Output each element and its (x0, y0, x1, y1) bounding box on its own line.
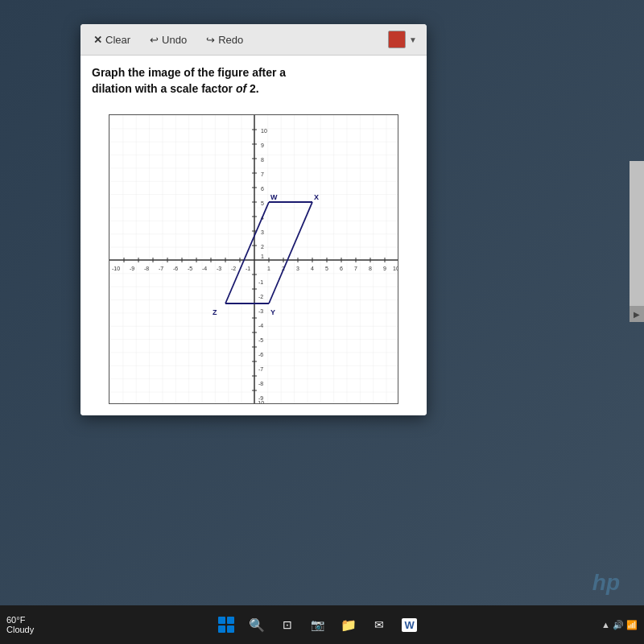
mail-icon: ✉ (374, 618, 384, 631)
taskbar: 60°F Cloudy 🔍 ⊡ 📷 (0, 605, 644, 644)
system-tray: ▲ 🔊 📶 (601, 620, 638, 630)
clear-label: Clear (105, 34, 130, 46)
svg-text:-7: -7 (258, 366, 263, 372)
svg-text:-5: -5 (188, 266, 192, 271)
mail-button[interactable]: ✉ (366, 612, 392, 638)
svg-text:1: 1 (261, 254, 264, 259)
svg-text:-10: -10 (256, 400, 264, 404)
svg-text:5: 5 (325, 266, 328, 271)
svg-text:10: 10 (393, 266, 398, 271)
svg-text:-2: -2 (231, 266, 236, 271)
svg-text:W: W (270, 193, 278, 201)
question-line2: dilation with a scale factor of 2. (92, 82, 259, 95)
svg-text:9: 9 (261, 142, 264, 148)
svg-text:-4: -4 (258, 323, 263, 328)
svg-text:3: 3 (296, 266, 299, 271)
svg-text:-9: -9 (130, 266, 134, 271)
redo-button[interactable]: ↪ Redo (203, 32, 246, 47)
svg-text:10: 10 (261, 128, 267, 134)
taskbar-right: ▲ 🔊 📶 (601, 620, 638, 630)
svg-text:9: 9 (383, 266, 386, 271)
svg-text:4: 4 (311, 266, 314, 271)
question-line1: Graph the image of the figure after a (92, 66, 286, 79)
svg-text:-8: -8 (144, 266, 149, 271)
weather-desc: Cloudy (6, 625, 34, 634)
svg-text:X: X (314, 193, 319, 201)
task-view-button[interactable]: ⊡ (275, 612, 300, 638)
camera-icon: 📷 (311, 618, 324, 631)
svg-text:-3: -3 (217, 266, 221, 271)
svg-text:Z: Z (213, 308, 217, 316)
redo-icon: ↪ (206, 34, 215, 46)
word-icon: W (402, 618, 416, 632)
svg-text:8: 8 (369, 266, 372, 271)
folder-button[interactable]: 📁 (336, 612, 361, 638)
start-button[interactable] (213, 612, 239, 638)
svg-text:-4: -4 (202, 266, 207, 271)
svg-text:6: 6 (340, 266, 343, 271)
content-card: ✕ Clear ↩ Undo ↪ Redo ▼ Graph the image … (80, 24, 427, 415)
svg-text:-2: -2 (258, 294, 263, 299)
word-button[interactable]: W (397, 612, 423, 638)
graph-wrapper: -1 -2 -3 -4 -5 -6 -7 -8 -9 -10 1 2 3 4 5… (109, 114, 398, 404)
desktop: ✕ Clear ↩ Undo ↪ Redo ▼ Graph the image … (0, 0, 644, 644)
weather-widget: 60°F Cloudy (6, 615, 34, 634)
taskbar-center: 🔍 ⊡ 📷 📁 ✉ W (213, 612, 423, 638)
svg-text:-1: -1 (246, 266, 250, 271)
scrollbar[interactable]: ▶ (630, 161, 644, 322)
svg-text:-5: -5 (258, 337, 263, 343)
svg-text:-3: -3 (258, 308, 263, 314)
coordinate-graph[interactable]: -1 -2 -3 -4 -5 -6 -7 -8 -9 -10 1 2 3 4 5… (109, 114, 398, 404)
svg-text:-6: -6 (258, 352, 263, 357)
clear-button[interactable]: ✕ Clear (90, 32, 134, 47)
weather-temp: 60°F (6, 615, 34, 625)
scroll-down-arrow[interactable]: ▶ (630, 306, 644, 322)
undo-button[interactable]: ↩ Undo (147, 32, 190, 47)
toolbar: ✕ Clear ↩ Undo ↪ Redo ▼ (80, 24, 427, 56)
svg-text:8: 8 (261, 157, 264, 163)
svg-text:2: 2 (261, 244, 264, 250)
taskbar-left: 60°F Cloudy (6, 615, 34, 634)
task-view-icon: ⊡ (283, 618, 292, 631)
question-text: Graph the image of the figure after a di… (92, 65, 415, 97)
camera-button[interactable]: 📷 (305, 612, 331, 638)
search-icon: 🔍 (249, 617, 265, 633)
svg-text:-1: -1 (258, 279, 263, 285)
svg-text:3: 3 (261, 229, 264, 235)
windows-icon (218, 617, 234, 633)
search-taskbar-button[interactable]: 🔍 (244, 612, 270, 638)
redo-label: Redo (218, 34, 243, 46)
question-area: Graph the image of the figure after a di… (80, 56, 427, 111)
svg-text:-7: -7 (159, 266, 163, 271)
color-dropdown-arrow[interactable]: ▼ (409, 35, 417, 44)
svg-text:7: 7 (261, 171, 264, 177)
graph-container: -1 -2 -3 -4 -5 -6 -7 -8 -9 -10 1 2 3 4 5… (80, 111, 427, 415)
hp-logo: hp (592, 570, 620, 596)
svg-text:-6: -6 (173, 266, 178, 271)
folder-icon: 📁 (341, 617, 357, 633)
svg-text:5: 5 (261, 200, 264, 206)
svg-text:-8: -8 (258, 381, 263, 386)
undo-icon: ↩ (150, 34, 159, 46)
color-picker-swatch[interactable] (388, 31, 406, 48)
svg-text:-10: -10 (112, 266, 120, 271)
svg-text:6: 6 (261, 186, 264, 192)
svg-text:Y: Y (270, 308, 275, 316)
svg-text:1: 1 (267, 266, 270, 271)
svg-text:7: 7 (354, 266, 357, 271)
undo-label: Undo (162, 34, 187, 46)
x-icon: ✕ (93, 34, 102, 46)
